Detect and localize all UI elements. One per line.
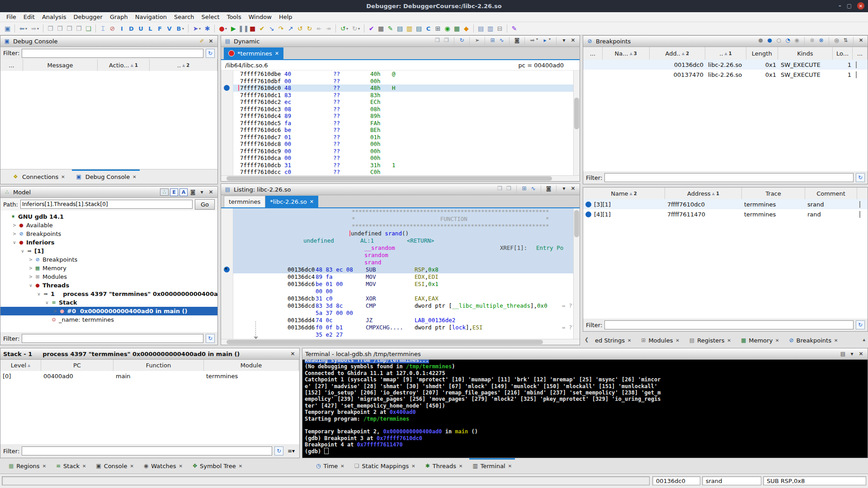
menu-icon[interactable]: ▾ [560, 37, 568, 45]
locations-filter-input[interactable] [604, 320, 854, 329]
cursor-icon[interactable]: ➢ [473, 37, 481, 45]
column-header-lo[interactable]: Lo... [833, 47, 853, 60]
tab-time[interactable]: ◷Time✕ [311, 458, 349, 474]
flow-icon[interactable]: ⊞ [433, 25, 443, 32]
close-icon[interactable]: ✕ [239, 464, 242, 469]
listing-line[interactable]: ****************************************… [233, 208, 573, 216]
no-entry-icon[interactable]: ⊘ [108, 25, 117, 32]
copy-page-icon[interactable]: ❐ [46, 25, 55, 32]
minimize-button[interactable]: – [839, 2, 841, 9]
listing-line[interactable]: 00136dc6be 01 00MOVESI,0x1 [233, 281, 573, 288]
filter-refresh-icon[interactable]: ↻ [206, 49, 215, 58]
table-view2-icon[interactable]: ▤ [414, 25, 424, 32]
step-forward-icon[interactable]: ↻ [305, 25, 314, 32]
breakpoint-marker[interactable] [224, 85, 230, 91]
c-type-icon[interactable]: C [424, 25, 433, 32]
debug-console-filter-input[interactable] [22, 49, 203, 58]
memory-row[interactable]: 7ffff7610dc183??83h [233, 92, 573, 99]
close-icon[interactable]: ✕ [727, 338, 731, 343]
checkbox-cell[interactable] [857, 201, 868, 208]
copy-page2-icon[interactable]: ❐ [65, 25, 74, 32]
checkbox[interactable] [859, 201, 860, 208]
clear-all-breakpoints-icon[interactable]: ⊗ [817, 37, 825, 45]
window-split-icon[interactable]: ⊟ [495, 25, 505, 32]
chart-icon[interactable]: ∿ [498, 37, 505, 45]
enable-breakpoint-icon[interactable]: ● [766, 37, 774, 45]
filter-refresh-icon[interactable]: ↻ [274, 446, 283, 455]
memory-row[interactable]: 7ffff7610dc489??89h [233, 113, 573, 120]
snapshot-icon[interactable]: ◙ [545, 185, 552, 193]
column-header-name[interactable]: Name▲2 [583, 188, 665, 199]
skip-forward-icon[interactable]: ↠ [324, 25, 333, 32]
tree-item-1-process-4397-t[interactable]: ∨➡1 process 4397 "termmines" 0x000000000… [0, 290, 217, 298]
tab-ed-strings[interactable]: ed Strings✕ [590, 333, 636, 348]
paste-icon[interactable]: ❐ [443, 37, 450, 45]
location-row[interactable]: [3][1]7ffff7610dc0termminessrand [583, 199, 868, 209]
elements-column-icon[interactable]: E [170, 188, 178, 196]
close-icon[interactable]: ✕ [459, 464, 462, 469]
vertical-scrollbar[interactable] [573, 70, 580, 176]
sleigh-checkbox[interactable] [854, 61, 868, 68]
tab-terminal[interactable]: ▥Terminal✕ [467, 458, 517, 474]
tree-view-icon[interactable]: ∴ [160, 188, 169, 196]
resume-icon[interactable]: ▶ [229, 25, 238, 32]
column-header-add[interactable]: Add..▲2 [650, 47, 706, 60]
expand-icon[interactable]: > [28, 274, 34, 279]
scroll-left-icon[interactable]: ❮ [585, 337, 589, 343]
memory-row[interactable]: 7ffff7610dca00??00h [233, 155, 573, 162]
close-icon[interactable]: ✕ [857, 351, 865, 357]
tab-console[interactable]: ▣Console✕ [91, 458, 138, 474]
tab-watches[interactable]: ◉Watches✕ [139, 458, 188, 474]
set-breakpoint-icon[interactable]: ● [757, 37, 764, 45]
tree-item-available[interactable]: >●Available [0, 221, 217, 230]
close-icon[interactable]: ✕ [569, 37, 577, 45]
close-icon[interactable]: ✕ [569, 185, 577, 193]
tab-regions[interactable]: ▦Regions✕ [4, 458, 51, 474]
dropdown-icon[interactable]: ▾ [848, 351, 856, 357]
snapshot-icon[interactable]: ◙ [189, 189, 197, 195]
expand-icon[interactable]: > [52, 309, 58, 314]
close-icon[interactable]: ✕ [61, 174, 65, 179]
listing-line[interactable]: 00 00 [233, 288, 573, 295]
tree-item-modules[interactable]: >⊞Modules [0, 272, 217, 281]
close-icon[interactable]: ✕ [340, 464, 344, 469]
tab-static-mappings[interactable]: ❏Static Mappings✕ [349, 458, 420, 474]
tree-item-1[interactable]: ∨➡[1] [0, 247, 217, 255]
memory-map-icon[interactable]: ▦ [452, 25, 462, 32]
copy-icon[interactable]: ❐ [434, 37, 441, 45]
close-icon[interactable]: ✕ [834, 338, 838, 343]
breakpoint-gutter[interactable] [221, 208, 233, 339]
step-back-icon[interactable]: ↺ [295, 25, 305, 32]
tab-registers[interactable]: ▤Registers✕ [684, 333, 736, 348]
column-header-col3[interactable]: ..▲2 [150, 59, 217, 71]
search-icon[interactable]: ◎ [833, 37, 840, 45]
stack-frame-row[interactable]: [0]00400ad0maintermmines [0, 371, 299, 381]
step-into-icon[interactable]: ↘ [267, 25, 276, 32]
memory-row[interactable]: 7ffff7610dc5fa??FAh [233, 120, 573, 127]
expand-icon[interactable]: ∨ [44, 300, 50, 305]
letter-f-icon[interactable]: F [155, 25, 165, 32]
listing-line[interactable]: __srandomXREF[1]:Entry Po [233, 244, 573, 252]
memory-row[interactable]: 7ffff7610dc048??48hH [233, 84, 573, 92]
menu-icon[interactable]: ▾ [560, 185, 568, 193]
suspend-icon[interactable]: ❚❚ [238, 25, 248, 32]
stop-icon[interactable]: ■ [248, 25, 257, 32]
expand-icon[interactable]: ∨ [19, 249, 26, 253]
refresh-icon[interactable]: ↻ [458, 37, 466, 45]
interrupt-icon[interactable]: ✔ [257, 25, 267, 32]
close-button[interactable]: ✕ [857, 2, 864, 9]
close-icon[interactable]: ✕ [289, 351, 297, 357]
checkbox[interactable] [856, 61, 857, 68]
collapse-icon[interactable]: ▴ [863, 337, 865, 343]
pencil-icon[interactable]: ✎ [509, 25, 519, 32]
close-icon[interactable]: ✕ [207, 189, 215, 195]
stack-filter-input[interactable] [22, 446, 272, 455]
column-header-col7[interactable]: ... [853, 47, 868, 60]
sleigh-checkbox[interactable] [854, 71, 868, 78]
goto-icon[interactable]: ➡ [528, 37, 536, 45]
expand-icon[interactable]: > [11, 231, 18, 236]
track-pc-icon[interactable]: ▸ [541, 37, 549, 45]
clear-console-icon[interactable]: ✐ [198, 38, 206, 44]
menu-item-debugger[interactable]: Debugger [70, 13, 106, 21]
terminal-menu-icon[interactable]: ▤ [839, 351, 847, 357]
